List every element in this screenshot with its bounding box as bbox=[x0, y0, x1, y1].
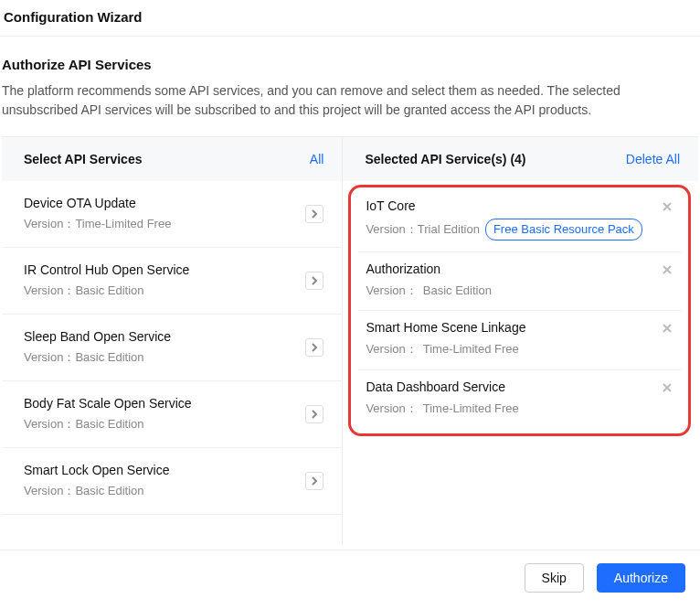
close-icon bbox=[662, 264, 673, 275]
section-desc: The platform recommends some API service… bbox=[2, 81, 698, 120]
selected-item: Authorization Version：Basic Edition bbox=[358, 252, 681, 312]
service-name: Smart Home Scene Linkage bbox=[366, 320, 525, 335]
chevron-right-icon bbox=[310, 343, 319, 352]
chevron-right-icon bbox=[310, 476, 319, 486]
authorize-button[interactable]: Authorize bbox=[597, 563, 685, 593]
service-name: Smart Lock Open Service bbox=[24, 463, 170, 477]
remove-button[interactable] bbox=[659, 379, 675, 396]
skip-button[interactable]: Skip bbox=[525, 563, 584, 593]
service-name: Device OTA Update bbox=[24, 196, 171, 210]
add-button[interactable] bbox=[305, 405, 323, 423]
service-name: Body Fat Scale Open Service bbox=[24, 396, 192, 411]
add-button[interactable] bbox=[305, 272, 323, 290]
selected-panel: Selected API Service(s) (4) Delete All I… bbox=[343, 137, 698, 546]
service-version: Version：Time-Limited Free bbox=[24, 216, 171, 232]
close-icon bbox=[662, 382, 673, 393]
service-name: Sleep Band Open Service bbox=[24, 329, 171, 344]
selected-title: Selected API Service(s) (4) bbox=[365, 152, 525, 166]
add-button[interactable] bbox=[305, 472, 323, 490]
close-icon bbox=[662, 201, 673, 212]
delete-all-button[interactable]: Delete All bbox=[626, 152, 680, 166]
section-title: Authorize API Services bbox=[2, 57, 698, 72]
resource-pack-badge[interactable]: Free Basic Resource Pack bbox=[485, 219, 642, 240]
remove-button[interactable] bbox=[659, 198, 675, 215]
service-version: Version：Trial Edition Free Basic Resourc… bbox=[366, 219, 642, 240]
service-version: Version：Basic Edition bbox=[24, 349, 171, 366]
service-name: Authorization bbox=[366, 262, 492, 276]
service-version: Version：Time-Limited Free bbox=[366, 400, 518, 418]
add-button[interactable] bbox=[305, 338, 323, 357]
select-all-button[interactable]: All bbox=[310, 152, 324, 166]
remove-button[interactable] bbox=[659, 262, 675, 278]
selected-item: IoT Core Version：Trial Edition Free Basi… bbox=[358, 189, 681, 252]
service-version: Version：Basic Edition bbox=[366, 282, 492, 300]
close-icon bbox=[662, 323, 673, 334]
add-button[interactable] bbox=[305, 205, 323, 223]
service-version: Version：Basic Edition bbox=[24, 416, 192, 433]
available-item: Sleep Band Open Service Version：Basic Ed… bbox=[2, 315, 342, 381]
available-item: Device OTA Update Version：Time-Limited F… bbox=[2, 181, 342, 248]
available-item: Body Fat Scale Open Service Version：Basi… bbox=[2, 381, 342, 448]
service-version: Version：Time-Limited Free bbox=[366, 340, 525, 358]
available-panel: Select API Services All Device OTA Updat… bbox=[2, 137, 343, 546]
selected-highlight-box: IoT Core Version：Trial Edition Free Basi… bbox=[348, 185, 691, 436]
chevron-right-icon bbox=[310, 410, 319, 419]
chevron-right-icon bbox=[310, 209, 319, 219]
service-name: IR Control Hub Open Service bbox=[24, 262, 189, 277]
page-title: Configuration Wizard bbox=[4, 9, 700, 25]
selected-item: Data Dashboard Service Version：Time-Limi… bbox=[358, 370, 681, 429]
service-name: Data Dashboard Service bbox=[366, 379, 518, 394]
available-item: IR Control Hub Open Service Version：Basi… bbox=[2, 248, 342, 315]
remove-button[interactable] bbox=[659, 320, 675, 337]
service-version: Version：Basic Edition bbox=[24, 283, 189, 299]
chevron-right-icon bbox=[310, 276, 319, 285]
available-title: Select API Services bbox=[24, 152, 142, 166]
available-item: Smart Lock Open Service Version：Basic Ed… bbox=[2, 448, 342, 515]
service-name: IoT Core bbox=[366, 198, 642, 213]
selected-item: Smart Home Scene Linkage Version：Time-Li… bbox=[358, 311, 681, 370]
service-version: Version：Basic Edition bbox=[24, 483, 170, 499]
